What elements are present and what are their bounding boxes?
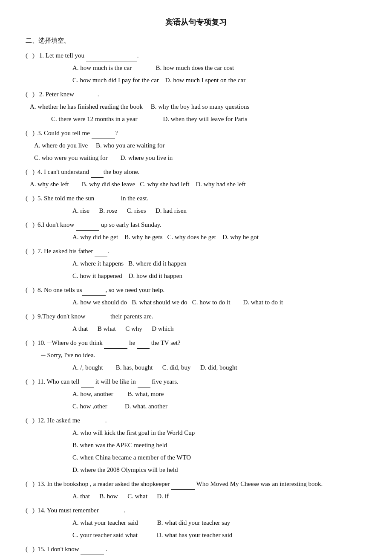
section-title: 二、选择填空。 xyxy=(26,35,366,46)
question-12: ()12. He asked me . A. who will kick the… xyxy=(26,415,366,476)
question-9: ()9.They don't know their parents are. A… xyxy=(26,311,366,335)
question-10: ()10. ─Where do you think he the TV set?… xyxy=(26,337,366,373)
question-15: ()15. I don't know . A. which room I can… xyxy=(26,543,366,555)
question-2: () 2. Peter knew. A. whether he has fini… xyxy=(26,89,366,125)
q1-paren: ( xyxy=(26,50,32,61)
question-8: ()8. No one tells us, so we need your he… xyxy=(26,284,366,308)
page-title: 宾语从句专项复习 xyxy=(26,17,366,27)
question-4: ()4. I can't understand the boy alone. A… xyxy=(26,166,366,190)
question-1: () 1. Let me tell you . A. how much is t… xyxy=(26,50,366,86)
question-14: ()14. You must remember . A. what your t… xyxy=(26,505,366,541)
question-5: ()5. She told me the sun in the east. A.… xyxy=(26,193,366,217)
question-6: ()6.I don't know up so early last Sunday… xyxy=(26,219,366,243)
question-11: ()11. Who can tell it will be like in fi… xyxy=(26,376,366,412)
question-13: ()13. In the bookshop , a reader asked t… xyxy=(26,478,366,502)
question-3: ()3. Could you tell me ? A. where do you… xyxy=(26,127,366,164)
question-7: ()7. He asked his father . A. where it h… xyxy=(26,246,366,282)
